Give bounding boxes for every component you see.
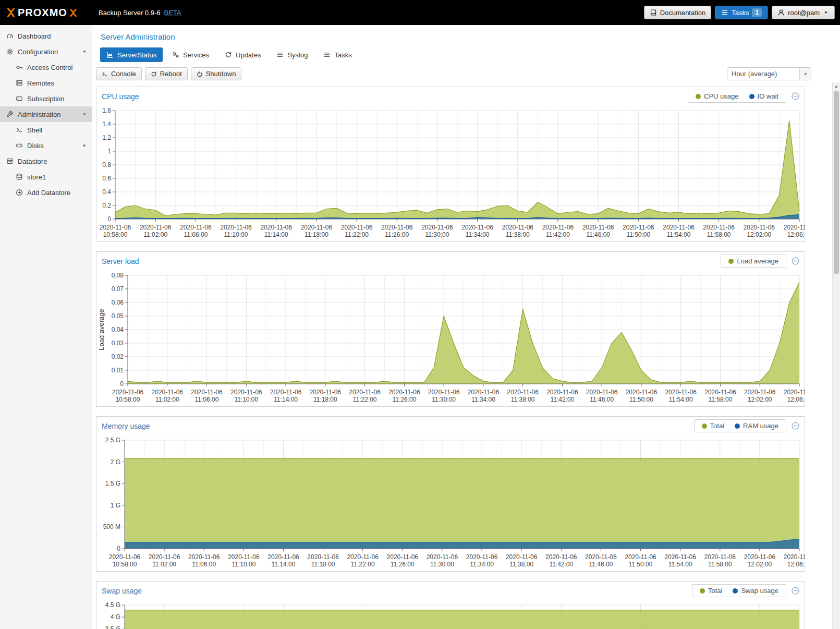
svg-text:2020-11-06: 2020-11-06 <box>152 389 184 396</box>
memory-usage-chart: 0500 M1 G1.5 G2 G2.5 G2020-11-0610:58:00… <box>96 435 805 571</box>
user-icon <box>777 9 785 16</box>
svg-text:0: 0 <box>117 545 120 552</box>
svg-text:2020-11-06: 2020-11-06 <box>744 553 776 561</box>
app-header: PROXMO Backup Server 0.9-6 BETA Document… <box>0 0 840 25</box>
svg-text:0.04: 0.04 <box>112 326 124 333</box>
svg-text:2020-11-06: 2020-11-06 <box>267 553 299 561</box>
sidebar-item-remotes[interactable]: Remotes <box>0 75 92 91</box>
chevron-right-icon <box>81 142 88 149</box>
svg-text:2020-11-06: 2020-11-06 <box>149 553 180 561</box>
collapse-panel-button[interactable] <box>791 92 800 101</box>
legend-label: IO wait <box>758 92 778 100</box>
legend-label: CPU usage <box>704 92 738 100</box>
collapse-panel-button[interactable] <box>791 586 800 596</box>
vertical-scrollbar[interactable]: ▲ <box>832 82 840 629</box>
product-name: Backup Server 0.9-6 <box>99 9 161 17</box>
svg-text:1.4: 1.4 <box>102 120 111 128</box>
svg-text:2020-11-06: 2020-11-06 <box>100 224 131 231</box>
svg-text:2020-11-06: 2020-11-06 <box>623 224 654 231</box>
legend-item: CPU usage <box>696 92 738 100</box>
svg-text:Load average: Load average <box>98 309 105 350</box>
chevron-down-icon <box>823 9 829 16</box>
sidebar-item-administration[interactable]: Administration <box>0 106 92 122</box>
power-icon <box>197 71 203 77</box>
legend-marker <box>696 94 701 99</box>
chevron-down-icon <box>802 71 809 77</box>
svg-text:11:46:00: 11:46:00 <box>586 231 610 238</box>
svg-text:2020-11-06: 2020-11-06 <box>387 553 419 561</box>
sidebar-item-label: store1 <box>27 173 46 181</box>
collapse-panel-button[interactable] <box>791 421 800 431</box>
timeframe-select[interactable]: Hour (average) <box>727 67 811 80</box>
svg-text:11:50:00: 11:50:00 <box>626 231 650 238</box>
documentation-button[interactable]: Documentation <box>644 6 711 19</box>
tasks-count-badge: 1 <box>752 8 762 17</box>
terminal-icon <box>102 71 108 77</box>
svg-text:2020-11-06: 2020-11-06 <box>270 389 302 396</box>
svg-text:0.6: 0.6 <box>102 175 111 182</box>
tab-tasks[interactable]: Tasks <box>317 47 358 62</box>
swap-usage-panel: Swap usage Total Swap usage 0500 M1 G1.5… <box>96 581 805 629</box>
svg-text:500 M: 500 M <box>103 523 120 530</box>
tab-label: Services <box>183 51 209 59</box>
sidebar-item-label: Shell <box>27 126 42 134</box>
svg-text:1.5 G: 1.5 G <box>105 480 120 487</box>
console-button[interactable]: Console <box>96 67 142 80</box>
svg-text:2020-11-06: 2020-11-06 <box>301 224 333 231</box>
sidebar-item-add-datastore[interactable]: Add Datastore <box>0 185 92 200</box>
wrench-icon <box>6 111 14 118</box>
combo-trigger[interactable] <box>799 68 811 80</box>
sidebar-item-datastore[interactable]: Datastore <box>0 153 92 169</box>
svg-text:2020-11-06: 2020-11-06 <box>466 553 498 561</box>
sidebar-item-configuration[interactable]: Configuration <box>0 44 92 59</box>
sidebar-item-shell[interactable]: Shell <box>0 122 92 138</box>
collapse-panel-button[interactable] <box>791 257 800 266</box>
sidebar-item-dashboard[interactable]: Dashboard <box>0 28 92 44</box>
beta-link[interactable]: BETA <box>164 9 181 17</box>
svg-text:11:42:00: 11:42:00 <box>549 561 573 568</box>
svg-text:11:50:00: 11:50:00 <box>629 396 653 403</box>
gear-icon <box>6 48 14 55</box>
svg-text:2020-11-06: 2020-11-06 <box>109 553 141 561</box>
chevron-down-icon <box>81 111 88 117</box>
svg-text:2020-11-06: 2020-11-06 <box>784 224 805 231</box>
panel-title: Swap usage <box>102 587 142 595</box>
server-load-chart: 00.010.020.030.040.050.060.070.082020-11… <box>96 270 805 406</box>
svg-text:11:34:00: 11:34:00 <box>471 396 495 403</box>
tab-serverstatus[interactable]: ServerStatus <box>100 47 163 62</box>
legend-label: Swap usage <box>741 587 778 595</box>
tab-services[interactable]: Services <box>166 47 215 62</box>
reboot-button[interactable]: Reboot <box>145 67 188 80</box>
svg-text:11:30:00: 11:30:00 <box>432 396 456 403</box>
tab-syslog[interactable]: Syslog <box>270 47 314 62</box>
logo-wordmark: PROXMO <box>18 7 67 19</box>
shutdown-button[interactable]: Shutdown <box>191 67 242 80</box>
svg-text:3.5 G: 3.5 G <box>105 625 120 629</box>
chart-legend: Total RAM usage <box>694 419 786 432</box>
tab-updates[interactable]: Updates <box>218 47 267 62</box>
sidebar-item-disks[interactable]: Disks <box>0 138 92 153</box>
svg-text:2020-11-06: 2020-11-06 <box>349 389 381 396</box>
sidebar-item-access-control[interactable]: Access Control <box>0 59 92 75</box>
svg-text:11:38:00: 11:38:00 <box>511 396 535 403</box>
svg-text:0.06: 0.06 <box>112 299 124 306</box>
refresh-icon <box>225 51 232 58</box>
sidebar-item-store1[interactable]: store1 <box>0 169 92 185</box>
scroll-up-button[interactable]: ▲ <box>833 82 840 90</box>
svg-text:1 G: 1 G <box>111 502 120 509</box>
svg-text:11:46:00: 11:46:00 <box>589 561 613 568</box>
svg-text:11:30:00: 11:30:00 <box>425 231 449 238</box>
svg-text:2020-11-06: 2020-11-06 <box>427 553 458 561</box>
sidebar-nav: Dashboard Configuration Access Control R… <box>0 25 92 629</box>
svg-text:2020-11-06: 2020-11-06 <box>703 224 735 231</box>
scrollbar-thumb[interactable] <box>834 91 839 274</box>
tasks-button[interactable]: Tasks 1 <box>715 6 768 19</box>
svg-text:1: 1 <box>107 148 111 155</box>
user-menu-button[interactable]: root@pam <box>772 6 835 19</box>
svg-text:11:14:00: 11:14:00 <box>264 231 288 238</box>
sidebar-item-subscription[interactable]: Subscription <box>0 91 92 106</box>
svg-text:2020-11-06: 2020-11-06 <box>180 224 212 231</box>
svg-text:2.5 G: 2.5 G <box>105 437 120 444</box>
proxmox-x-icon <box>68 8 78 18</box>
svg-text:0.05: 0.05 <box>112 312 124 320</box>
